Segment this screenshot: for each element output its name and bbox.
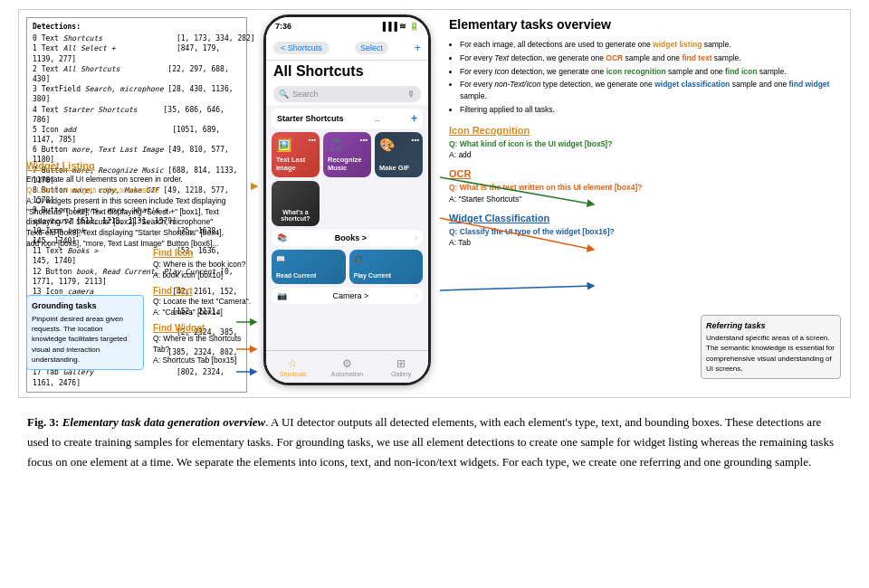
phone-title: All Shortcuts [266,61,428,83]
icon-recognition-section: Icon Recognition Q: What kind of icon is… [449,125,841,162]
find-labels: Find Icon Q: Where is the book icon? A: … [153,247,254,370]
shortcuts-tab-icon: ☆ [288,357,298,370]
detection-item-17: 17 Tab Gallery [802, 2324, 1161, 2476] [33,367,241,387]
phone-area: 7:36 ▐▐▐ ≋ 🔋 < Shortcuts Select + All Sh… [254,10,440,397]
grounding-tasks-description: Pinpoint desired areas given requests. T… [32,314,138,365]
overview-title: Elementary tasks overview [449,17,841,32]
card-label: Make GIF [379,164,418,172]
bullet-4: Filtering applied to all tasks. [460,104,841,116]
ocr-section: OCR Q: What is the text written on this … [449,168,841,205]
card-label: What's a shortcut? [276,209,315,222]
gallery-tab-icon: ⊞ [396,357,406,370]
card-icon: 🎧 [354,255,419,263]
find-widget-block: Find Widget Q: Where is the Shortcuts Ta… [153,322,254,366]
play-current-card[interactable]: 🎧 Play Current [349,250,424,284]
automation-tab-label: Automation [331,371,363,377]
tab-gallery[interactable]: ⊞ Gallery [374,351,428,383]
ocr-a: A: "Starter Shortcuts" [449,194,521,204]
card-more-icon: ••• [360,136,368,144]
find-text-a: A: "Camera" [box14] [153,308,223,317]
phone-select-button[interactable]: Select [355,42,388,54]
main-container: Detections: 0 Text Shortcuts [1, 173, 33… [0,0,869,485]
ocr-qa: Q: What is the text written on this UI e… [449,182,841,205]
icon-recognition-title: Icon Recognition [449,125,841,136]
camera-chevron: › [415,291,417,300]
find-icon-a: A: book icon [box10] [153,270,223,280]
books-icon: 📚 [277,233,287,242]
text-last-image-card[interactable]: ••• 🖼️ Text Last Image [272,132,320,177]
mic-icon: 🎙 [407,90,415,99]
card-label: Read Current [276,272,341,279]
widget-classification-a: A: Tab [449,238,471,247]
widget-classification-section: Widget Classification Q: Classify the UI… [449,213,841,250]
phone-time: 7:36 [275,22,291,31]
music-row: 📖 Read Current 🎧 Play Current [272,250,423,284]
find-widget-title: Find Widget [153,322,254,335]
detection-item-0: 0 Text Shortcuts [1, 173, 334, 282] [33,33,241,43]
grounding-tasks-title: Grounding tasks [32,300,138,312]
make-gif-card[interactable]: ••• 🎨 Make GIF [375,132,423,177]
recognize-music-card[interactable]: ••• 🎵 Recognize Music [323,132,371,177]
bullet-0: For each image, all detections are used … [460,39,841,51]
phone-screen: 7:36 ▐▐▐ ≋ 🔋 < Shortcuts Select + All Sh… [266,17,428,383]
detection-item-3: 3 TextField Search, microphone [28, 430,… [33,84,241,104]
caption-area: Fig. 3: Elementary task data generation … [18,409,851,476]
phone-content: Starter Shortcuts ... + ••• 🖼️ Text Last… [266,105,428,350]
read-current-card[interactable]: 📖 Read Current [272,250,346,284]
tab-shortcuts[interactable]: ☆ Shortcuts [266,351,320,383]
search-placeholder: Search [292,90,319,99]
whats-shortcut-card[interactable]: ••• What's a shortcut? [272,181,320,226]
find-icon-q: Q: Where is the book icon? [153,260,246,269]
referring-tasks-title: Referring tasks [706,320,836,332]
find-icon-block: Find Icon Q: Where is the book icon? A: … [153,247,254,280]
find-icon-title: Find Icon [153,247,254,260]
caption-text: Fig. 3: Elementary task data generation … [27,413,842,472]
overview-bullets: For each image, all detections are used … [449,39,841,116]
phone-signal-wifi: ▐▐▐ ≋ 🔋 [380,22,419,31]
phone-search-bar[interactable]: 🔍 Search 🎙 [273,86,421,102]
detection-item-2: 2 Text All Shortcuts [22, 297, 688, 430] [33,64,241,84]
phone-back-button[interactable]: < Shortcuts [273,42,329,54]
find-widget-a: A: Shortcuts Tab [box15] [153,356,236,365]
phone-status-bar: 7:36 ▐▐▐ ≋ 🔋 [266,17,428,35]
starter-shortcuts-add[interactable]: + [411,112,417,125]
icon-recognition-q: Q: What kind of icon is the UI widget [b… [449,139,612,148]
phone-search-area: 🔍 Search 🎙 [266,83,428,105]
detection-item-1: 1 Text All Select + [847, 179, 1139, 277… [33,43,241,63]
ocr-title: OCR [449,168,841,179]
camera-row[interactable]: 📷 Camera > › [272,288,423,304]
bullet-2: For every Icon detection, we generate on… [460,66,841,78]
card-label: Text Last Image [276,156,315,172]
icon-recognition-a: A: add [449,150,472,159]
find-icon-qa: Q: Where is the book icon? A: book icon … [153,260,254,281]
card-more-icon: ••• [309,136,316,144]
find-text-block: Find Text Q: Locate the text "Camera". A… [153,285,254,318]
phone-plus-button[interactable]: + [414,41,421,54]
card-more-icon: ••• [412,136,419,144]
widget-listing-a: A: UI widgets present in this screen inc… [26,196,226,249]
icon-recognition-qa: Q: What kind of icon is the UI widget [b… [449,138,841,162]
widget-classification-q: Q: Classify the UI type of the widget [b… [449,227,615,236]
starter-shortcuts-more: ... [374,115,380,123]
left-panel: Detections: 0 Text Shortcuts [1, 173, 33… [19,10,254,397]
books-row[interactable]: 📚 Books > › [272,230,423,246]
find-widget-qa: Q: Where is the Shortcuts Tab? A: Shortc… [153,334,254,366]
books-chevron: › [415,233,417,242]
bullet-1: For every Text detection, we generate on… [460,52,841,64]
ocr-q: Q: What is the text written on this UI e… [449,183,642,192]
widget-listing-description: Enumerate all UI elements on screen in o… [26,175,234,185]
find-text-q: Q: Locate the text "Camera". [153,297,251,306]
grounding-tasks-box: Grounding tasks Pinpoint desired areas g… [26,295,144,370]
right-panel: Elementary tasks overview For each image… [440,10,850,397]
search-icon: 🔍 [279,90,289,99]
widget-listing-box: Widget Listing Enumerate all UI elements… [26,159,234,250]
referring-tasks-description: Understand specific areas of a screen. T… [706,333,836,374]
diagram-area: Detections: 0 Text Shortcuts [1, 173, 33… [18,9,851,398]
referring-tasks-box: Referring tasks Understand specific area… [701,315,841,379]
widget-classification-qa: Q: Classify the UI type of the widget [b… [449,226,841,250]
detection-item-4: 4 Text Starter Shortcuts [35, 686, 646, … [33,105,241,125]
books-label: Books > [335,233,367,242]
gallery-tab-label: Gallery [391,371,411,377]
tab-automation[interactable]: ⚙ Automation [320,351,375,383]
detection-item-5: 5 Icon add [1051, 689, 1147, 785] [33,125,241,145]
